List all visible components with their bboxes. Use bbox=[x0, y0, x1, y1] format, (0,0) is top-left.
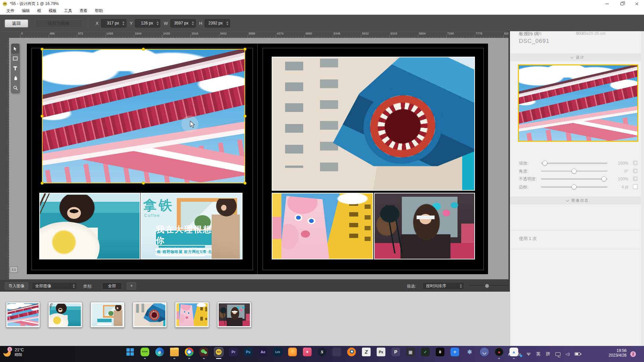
save-as-template-button[interactable]: 保存为模板 bbox=[35, 19, 82, 27]
slider-thumb[interactable] bbox=[542, 161, 547, 166]
section-design[interactable]: 设计 bbox=[510, 54, 644, 61]
photo-pink-mural[interactable] bbox=[272, 193, 373, 259]
menu-item[interactable]: 工具 bbox=[60, 7, 76, 15]
resize-handle[interactable] bbox=[244, 115, 247, 118]
ime-pinyin-badge[interactable]: 拼 bbox=[545, 351, 551, 357]
filmstrip-thumbnail[interactable] bbox=[91, 302, 124, 327]
close-button[interactable] bbox=[629, 0, 644, 7]
discord-icon[interactable]: ◡ bbox=[480, 348, 489, 359]
minimize-button[interactable] bbox=[600, 0, 614, 7]
photo-shark-mural[interactable] bbox=[272, 57, 475, 191]
recorder-app-icon[interactable]: ● bbox=[495, 348, 503, 359]
sort-dropdown[interactable]: 按时间排序 bbox=[423, 282, 464, 290]
stepper-icon[interactable] bbox=[121, 19, 126, 27]
menu-item[interactable]: 帮助 bbox=[91, 7, 107, 15]
field-input[interactable]: 126 px bbox=[135, 19, 160, 27]
taskbar-clock[interactable]: 19:56 2023/4/26 bbox=[609, 348, 627, 358]
tray-chevron-icon[interactable]: ∧ bbox=[506, 351, 512, 357]
add-category-button[interactable]: + bbox=[127, 282, 136, 290]
thumbnail-size-slider[interactable] bbox=[469, 286, 508, 287]
slider-track[interactable] bbox=[541, 163, 607, 164]
filmstrip-thumbnail[interactable] bbox=[217, 302, 251, 327]
slider-thumb[interactable] bbox=[572, 169, 577, 174]
zoom-tool[interactable] bbox=[11, 83, 19, 93]
slider-track[interactable] bbox=[541, 171, 607, 172]
menu-item[interactable]: 模板 bbox=[45, 7, 60, 15]
text-tool[interactable] bbox=[11, 63, 19, 73]
design-app-icon[interactable]: SO bbox=[214, 348, 223, 359]
select-tool[interactable] bbox=[11, 44, 19, 54]
filmstrip-thumbnail[interactable] bbox=[6, 302, 40, 327]
tray-battery-icon[interactable] bbox=[575, 351, 580, 357]
slider-reset-icon[interactable] bbox=[633, 184, 638, 189]
wechat-icon[interactable] bbox=[200, 348, 208, 359]
stepper-icon[interactable] bbox=[224, 19, 230, 27]
p-app-icon[interactable]: P bbox=[391, 348, 400, 359]
photo-cafe-girl[interactable] bbox=[374, 193, 475, 259]
photo-coffee-shop[interactable]: 拿铁 Coffee 我在大理很想你 WO ZAI DA LI HEN XIANG… bbox=[141, 193, 243, 259]
zbrush-icon[interactable]: Z bbox=[362, 348, 371, 359]
steam-icon[interactable]: S bbox=[318, 348, 326, 359]
file-explorer-icon[interactable] bbox=[170, 348, 179, 359]
edge-dev-icon[interactable]: e bbox=[155, 348, 164, 359]
slider-reset-icon[interactable] bbox=[633, 169, 638, 173]
field-input[interactable]: 2392 px bbox=[205, 19, 230, 27]
red-app-icon[interactable]: ✦ bbox=[303, 348, 312, 359]
filmstrip-thumbnail[interactable] bbox=[175, 302, 209, 327]
photo-egg-girl[interactable] bbox=[39, 193, 140, 259]
green-check-app-icon[interactable]: ✓ bbox=[421, 348, 430, 359]
image-source-dropdown[interactable]: 全部图像 bbox=[32, 282, 77, 290]
zoom-level-badge[interactable]: 1:1 bbox=[10, 266, 18, 273]
blue-app-icon[interactable]: ✧ bbox=[450, 348, 459, 359]
slider-track[interactable] bbox=[541, 186, 607, 188]
photo-temple-selected[interactable] bbox=[42, 49, 245, 183]
ime-english-badge[interactable]: 英 bbox=[536, 351, 541, 357]
blender-icon[interactable] bbox=[347, 348, 356, 359]
back-button[interactable]: 返回 bbox=[5, 19, 28, 27]
dim-app-icon[interactable] bbox=[332, 348, 341, 359]
maximize-button[interactable] bbox=[614, 0, 629, 7]
premiere-icon[interactable]: Pr bbox=[229, 348, 238, 359]
dropdown-spinner-icon[interactable] bbox=[70, 283, 77, 289]
filmstrip-thumbnail[interactable] bbox=[133, 302, 167, 327]
photo-preview[interactable] bbox=[518, 64, 638, 142]
kook-app-icon[interactable]: KOOK bbox=[141, 348, 149, 359]
hand-tool[interactable] bbox=[11, 73, 19, 83]
slider-reset-icon[interactable] bbox=[633, 161, 638, 165]
slider-track[interactable] bbox=[541, 178, 607, 180]
resize-handle[interactable] bbox=[41, 115, 44, 118]
slider-reset-icon[interactable] bbox=[633, 176, 638, 181]
resize-handle[interactable] bbox=[41, 48, 44, 51]
weather-widget[interactable]: 1 21°C 晴朗 bbox=[3, 347, 24, 357]
slider-thumb[interactable] bbox=[485, 284, 489, 288]
field-input[interactable]: 3597 px bbox=[170, 19, 196, 27]
field-input[interactable]: 317 px bbox=[101, 19, 126, 27]
tray-display-icon[interactable] bbox=[555, 351, 560, 357]
photoshop-icon[interactable]: Ps bbox=[244, 348, 253, 359]
resize-handle[interactable] bbox=[244, 48, 247, 51]
canvas-workspace[interactable]: 拿铁 Coffee 我在大理很想你 WO ZAI DA LI HEN XIANG… bbox=[9, 38, 508, 279]
section-image-info[interactable]: 图像信息 bbox=[510, 197, 644, 204]
tray-mic-icon[interactable]: Ψ bbox=[526, 351, 531, 357]
frame-tool[interactable] bbox=[11, 54, 19, 63]
menu-item[interactable]: 查看 bbox=[76, 7, 91, 15]
slider-thumb[interactable] bbox=[572, 184, 577, 189]
settings-gear-icon[interactable]: ✱ bbox=[465, 348, 474, 359]
chrome-icon[interactable] bbox=[185, 348, 194, 359]
cube-app-icon[interactable]: ▣ bbox=[406, 348, 415, 359]
resize-handle[interactable] bbox=[142, 48, 145, 51]
tray-volume-icon[interactable]: ◁ bbox=[565, 351, 570, 357]
resize-handle[interactable] bbox=[41, 182, 44, 185]
stepper-icon[interactable] bbox=[155, 19, 160, 27]
design-spread[interactable]: 拿铁 Coffee 我在大理很想你 WO ZAI DA LI HEN XIANG… bbox=[27, 44, 488, 274]
px-app-icon[interactable]: Px bbox=[377, 348, 385, 359]
import-images-button[interactable]: 导入图像 bbox=[5, 282, 28, 290]
menu-item[interactable]: 编辑 bbox=[18, 7, 34, 15]
category-all-button[interactable]: 全部 bbox=[102, 282, 122, 290]
after-effects-icon[interactable]: Ae bbox=[259, 348, 267, 359]
resize-handle[interactable] bbox=[244, 182, 247, 185]
capcut-icon[interactable]: 8 bbox=[436, 348, 444, 359]
resize-handle[interactable] bbox=[142, 182, 145, 185]
start-button[interactable] bbox=[126, 348, 135, 359]
orange-app-icon[interactable] bbox=[288, 348, 297, 359]
